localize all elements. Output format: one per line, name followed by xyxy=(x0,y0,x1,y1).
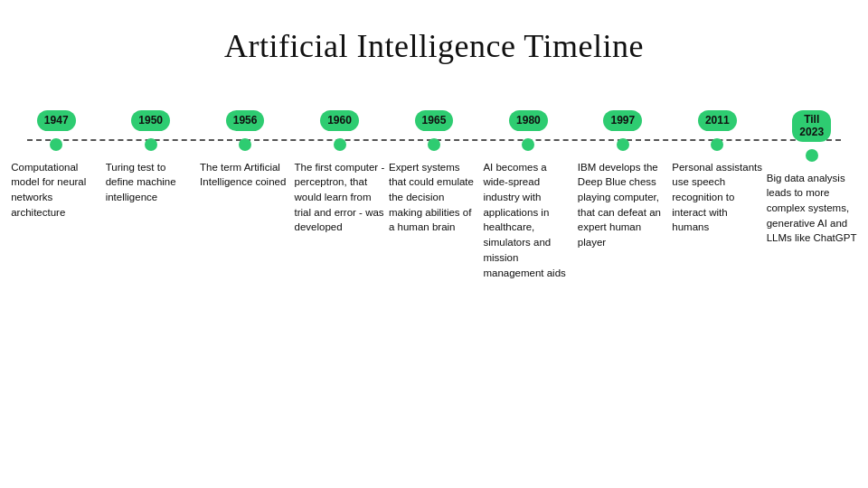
timeline-dot xyxy=(617,138,629,151)
timeline-dot xyxy=(145,138,157,151)
timeline-dot xyxy=(522,138,534,151)
timeline-item: 1965Expert systems that could emulate th… xyxy=(389,110,479,235)
timeline-dot xyxy=(711,138,723,151)
year-badge: 1956 xyxy=(226,110,265,131)
timeline-dot xyxy=(806,149,818,162)
year-badge: 1965 xyxy=(415,110,454,131)
year-badge: 1960 xyxy=(320,110,359,131)
event-text: AI becomes a wide-spread industry with a… xyxy=(483,160,573,280)
year-badge: 2011 xyxy=(698,110,737,131)
event-text: Computational model for neural networks … xyxy=(11,160,101,221)
timeline-dot xyxy=(239,138,251,151)
page-title: Artificial Intelligence Timeline xyxy=(0,0,868,74)
timeline-item: 1956The term Artificial Intelligence coi… xyxy=(200,110,290,190)
event-text: IBM develops the Deep Blue chess playing… xyxy=(578,160,668,250)
event-text: Turing test to define machine intelligen… xyxy=(106,160,196,205)
event-text: The term Artificial Intelligence coined xyxy=(200,160,290,190)
event-text: Expert systems that could emulate the de… xyxy=(389,160,479,235)
timeline-item: 2011Personal assistants use speech recog… xyxy=(672,110,762,235)
event-text: The first computer - perceptron, that wo… xyxy=(295,160,385,235)
timeline-item: 1980AI becomes a wide-spread industry wi… xyxy=(483,110,573,280)
year-badge: 1950 xyxy=(131,110,170,131)
timeline-dot xyxy=(428,138,440,151)
timeline-dot xyxy=(50,138,62,151)
timeline-item: Till 2023Big data analysis leads to more… xyxy=(767,110,857,246)
year-badge: 1980 xyxy=(509,110,548,131)
event-text: Personal assistants use speech recogniti… xyxy=(672,160,762,235)
timeline-item: 1997IBM develops the Deep Blue chess pla… xyxy=(578,110,668,250)
year-badge: Till 2023 xyxy=(792,110,831,142)
timeline-item: 1947Computational model for neural netwo… xyxy=(11,110,101,220)
timeline-item: 1960The first computer - perceptron, tha… xyxy=(295,110,385,235)
timeline: 1947Computational model for neural netwo… xyxy=(0,110,868,280)
timeline-items: 1947Computational model for neural netwo… xyxy=(0,110,868,280)
year-badge: 1997 xyxy=(603,110,642,131)
timeline-item: 1950Turing test to define machine intell… xyxy=(106,110,196,205)
year-badge: 1947 xyxy=(37,110,76,131)
timeline-dot xyxy=(334,138,346,151)
event-text: Big data analysis leads to more complex … xyxy=(767,171,857,246)
